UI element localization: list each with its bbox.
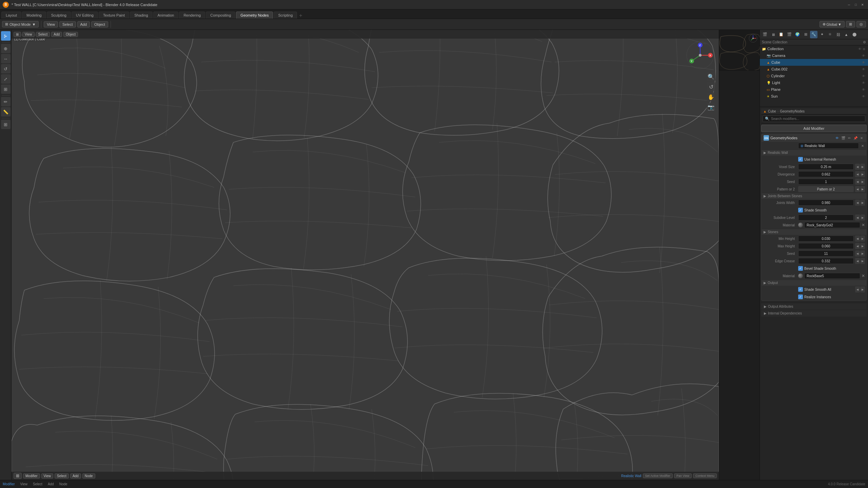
- divergence-field[interactable]: 0.662: [798, 171, 854, 177]
- add-workspace-button[interactable]: +: [298, 13, 303, 19]
- cursor-tool[interactable]: ⊕: [1, 44, 11, 53]
- cube-eye-icon[interactable]: 👁: [862, 61, 865, 64]
- output-props-icon[interactable]: 🖥: [769, 31, 777, 38]
- move-tool[interactable]: ↔: [1, 54, 11, 63]
- sun-item[interactable]: ☀ Sun 👁: [760, 93, 868, 100]
- viewport-gizmo[interactable]: X Y Z: [685, 40, 715, 70]
- viewport-object-type-icon[interactable]: ⊞: [14, 473, 22, 479]
- search-bar[interactable]: 🔍: [763, 116, 865, 122]
- seed-stones-field[interactable]: 11: [798, 250, 854, 257]
- tab-sculpting[interactable]: Sculpting: [47, 12, 71, 19]
- scale-tool[interactable]: ⤢: [1, 74, 11, 84]
- viewport-object-btn[interactable]: Object: [63, 32, 78, 37]
- viewport-view-btn[interactable]: View: [22, 32, 35, 37]
- output-attributes-header[interactable]: ▶ Output Attributes: [761, 303, 867, 310]
- viewport-mode-btn[interactable]: ⊞: [14, 32, 21, 37]
- minimize-button[interactable]: ─: [846, 2, 852, 7]
- eye-icon[interactable]: 👁: [858, 47, 862, 51]
- viewport-3d[interactable]: .wire { fill: none; stroke: rgba(200,200…: [12, 30, 719, 480]
- tab-texture-paint[interactable]: Texture Paint: [99, 12, 129, 19]
- select-tool[interactable]: ⊱: [1, 31, 11, 41]
- cyl-eye-icon[interactable]: 👁: [862, 74, 865, 78]
- voxel-size-dec[interactable]: ◀: [855, 164, 860, 170]
- material-stones-clear[interactable]: ✕: [862, 273, 865, 278]
- modifier-edit-btn[interactable]: ✏: [847, 135, 852, 141]
- pattern-field[interactable]: Pattern or 2: [798, 186, 854, 192]
- seed-stones-inc[interactable]: ▶: [860, 250, 865, 257]
- add-object-tool[interactable]: ⊞: [1, 120, 11, 129]
- viewport-node-toggle[interactable]: Node: [82, 473, 95, 479]
- search-input[interactable]: [771, 117, 863, 121]
- general-settings-header[interactable]: ▶ Realistic Wall: [762, 149, 866, 156]
- subdiv-inc[interactable]: ▶: [860, 215, 865, 221]
- snapping-toggle[interactable]: ⊞: [846, 21, 855, 27]
- pan-icon[interactable]: ✋: [707, 93, 715, 101]
- shade-smooth-joints-checkbox[interactable]: ✓: [798, 208, 803, 212]
- viewport-gizmo-toggle[interactable]: View: [41, 473, 54, 479]
- collection-item[interactable]: 📁 Collection 👁 ⊕: [760, 45, 868, 52]
- tab-compositing[interactable]: Compositing: [206, 12, 235, 19]
- scene-props-icon[interactable]: 🎬: [786, 31, 793, 38]
- material-joints-clear[interactable]: ✕: [862, 223, 865, 227]
- view-layer-props-icon[interactable]: 📋: [777, 31, 785, 38]
- shade-smooth-all-inc[interactable]: ▶: [860, 286, 865, 292]
- camera-icon[interactable]: 📷: [707, 103, 715, 111]
- min-height-field[interactable]: 0.030: [798, 236, 854, 242]
- shade-smooth-all-checkbox[interactable]: ✓: [798, 287, 803, 292]
- modifier-pin-btn[interactable]: 📌: [853, 135, 858, 141]
- world-props-icon[interactable]: 🌍: [794, 31, 801, 38]
- plane-item[interactable]: ▭ Plane 👁: [760, 86, 868, 93]
- bevel-shade-smooth-checkbox[interactable]: ✓: [798, 266, 803, 271]
- material-stones-name[interactable]: RockBase5: [804, 273, 860, 279]
- material-joints-name[interactable]: Rock_SandyGol2: [804, 222, 860, 228]
- seed-top-dec[interactable]: ◀: [855, 179, 860, 185]
- joints-section-header[interactable]: ▶ Joints Between Stones: [762, 193, 866, 199]
- shade-smooth-all-dec[interactable]: ◀: [855, 286, 860, 292]
- particles-props-icon[interactable]: ✦: [818, 31, 826, 38]
- output-section-header[interactable]: ▶ Output: [762, 280, 866, 286]
- min-height-inc[interactable]: ▶: [860, 236, 865, 242]
- light-item[interactable]: 💡 Light 👁: [760, 79, 868, 86]
- proportional-editing[interactable]: ◎: [856, 21, 866, 27]
- subdiv-field[interactable]: 2: [798, 215, 854, 221]
- voxel-size-inc[interactable]: ▶: [860, 164, 865, 170]
- edge-crease-field[interactable]: 0.332: [798, 258, 854, 264]
- voxel-size-field[interactable]: 0.25 m: [798, 164, 854, 170]
- add-menu[interactable]: Add: [77, 21, 90, 27]
- tab-shading[interactable]: Shading: [130, 12, 152, 19]
- joints-width-dec[interactable]: ◀: [855, 200, 860, 206]
- rotate-tool[interactable]: ↺: [1, 64, 11, 74]
- cube002-item[interactable]: ▲ Cube.002 👁: [760, 66, 868, 73]
- light-eye-icon[interactable]: 👁: [862, 81, 865, 85]
- divergence-dec[interactable]: ◀: [855, 171, 860, 177]
- select-menu[interactable]: Select: [59, 21, 76, 27]
- global-orientation[interactable]: ⊕ Global ▼: [820, 21, 845, 27]
- min-height-dec[interactable]: ◀: [855, 236, 860, 242]
- rotate-view-icon[interactable]: ↺: [707, 82, 715, 91]
- constraints-props-icon[interactable]: ⛓: [834, 31, 842, 38]
- camera-item[interactable]: 📷 Camera 👁: [760, 52, 868, 59]
- seed-top-inc[interactable]: ▶: [860, 179, 865, 185]
- pattern-inc[interactable]: ▶: [860, 186, 865, 192]
- tab-modeling[interactable]: Modeling: [22, 12, 46, 19]
- physics-props-icon[interactable]: ⚛: [826, 31, 834, 38]
- object-data-props-icon[interactable]: ▲: [843, 31, 850, 38]
- breadcrumb-modifier[interactable]: GeometryNodes: [780, 109, 805, 113]
- edge-crease-dec[interactable]: ◀: [855, 258, 860, 264]
- select-icon[interactable]: ⊕: [863, 47, 865, 51]
- subdiv-dec[interactable]: ◀: [855, 215, 860, 221]
- object-mode-selector[interactable]: ⊞ Object Mode ▼: [2, 21, 39, 27]
- tab-animation[interactable]: Animation: [153, 12, 179, 19]
- render-props-icon[interactable]: 🎬: [761, 31, 769, 38]
- tab-scripting[interactable]: Scripting: [274, 12, 297, 19]
- max-height-dec[interactable]: ◀: [855, 243, 860, 249]
- node-group-field[interactable]: ⊞ Realistic Wall: [798, 143, 859, 149]
- tab-layout[interactable]: Layout: [1, 12, 21, 19]
- max-height-field[interactable]: 0.060: [798, 243, 854, 249]
- sun-eye-icon[interactable]: 👁: [862, 95, 865, 98]
- cube002-eye-icon[interactable]: 👁: [862, 67, 865, 71]
- object-props-icon[interactable]: ⊞: [802, 31, 809, 38]
- cube-item[interactable]: ▲ Cube 👁: [760, 59, 868, 66]
- zoom-icon[interactable]: 🔍: [707, 72, 715, 81]
- cam-eye-icon[interactable]: 👁: [862, 54, 865, 58]
